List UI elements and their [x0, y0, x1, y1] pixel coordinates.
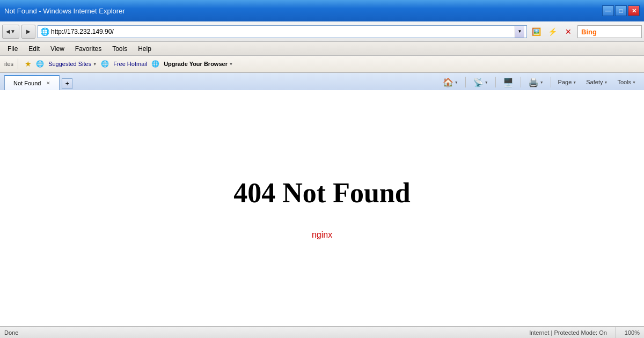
separator-4: [551, 77, 551, 87]
separator-3: [521, 77, 521, 87]
menu-item-file[interactable]: File: [2, 44, 23, 54]
safety-dropdown-icon: ▼: [604, 80, 608, 84]
home-dropdown-icon: ▼: [455, 80, 458, 84]
upgrade-browser-label: Upgrade Your Browser: [164, 61, 228, 67]
bing-logo: Bing: [581, 27, 597, 36]
minimize-button[interactable]: —: [602, 5, 614, 16]
home-button[interactable]: 🏠 ▼: [439, 75, 462, 89]
tools-label: Tools: [617, 79, 631, 85]
print-button[interactable]: 🖨️ ▼: [524, 75, 547, 89]
tab-toolbar-area: Not Found ✕ + 🏠 ▼ 📡 ▼ 🖥️: [0, 73, 644, 90]
print-dropdown-icon: ▼: [540, 80, 544, 84]
zone-text: Internet | Protected Mode: On: [529, 329, 607, 336]
address-input[interactable]: [51, 28, 515, 35]
mail-icon: 🖥️: [503, 77, 514, 87]
maximize-button[interactable]: □: [615, 5, 627, 16]
address-row: ◀▼ ▶ 🌐 ▼ 🖼️ ⚡ ✕ Bing: [0, 21, 644, 42]
content-area: 404 Not Found nginx: [0, 90, 644, 326]
separator-2: [495, 77, 496, 87]
menu-item-edit[interactable]: Edit: [23, 44, 45, 54]
window-title: Not Found - Windows Internet Explorer: [4, 7, 602, 15]
back-button[interactable]: ◀▼: [2, 25, 19, 39]
status-separator: [616, 327, 616, 338]
menu-bar: File Edit View Favorites Tools Help: [0, 42, 644, 56]
forward-button[interactable]: ▶: [21, 25, 35, 39]
bing-search-area: Bing: [577, 25, 642, 38]
links-bar: ites ★ 🌐 Suggested Sites ▼ 🌐 Free Hotmai…: [0, 56, 644, 73]
page-label: Page: [558, 79, 572, 85]
suggested-sites-link[interactable]: Suggested Sites ▼: [48, 61, 97, 67]
free-hotmail-label: Free Hotmail: [113, 61, 147, 67]
suggested-sites-dropdown-icon: ▼: [93, 62, 97, 66]
address-bar-wrapper: 🌐 ▼: [38, 25, 527, 38]
links-bar-label: ites: [4, 58, 18, 69]
ie-icon-suggested: 🌐: [36, 60, 44, 68]
add-to-favorites-icon[interactable]: 🖼️: [529, 25, 543, 39]
ie-icon-hotmail: 🌐: [101, 60, 109, 68]
free-hotmail-link[interactable]: Free Hotmail: [113, 61, 147, 67]
suggested-sites-label: Suggested Sites: [48, 61, 91, 67]
error-heading: 404 Not Found: [233, 177, 410, 209]
browser-tools: 🏠 ▼ 📡 ▼ 🖥️ 🖨️ ▼ Pa: [72, 75, 640, 90]
ie-icon-upgrade: 🌐: [151, 60, 159, 68]
ie-logo-icon: 🌐: [40, 27, 49, 36]
ie-window: Not Found - Windows Internet Explorer — …: [0, 0, 644, 338]
stop-button[interactable]: ✕: [561, 25, 575, 39]
close-button[interactable]: ✕: [628, 5, 640, 16]
nginx-text: nginx: [312, 230, 332, 240]
safety-label: Safety: [586, 79, 603, 85]
print-icon: 🖨️: [528, 77, 539, 87]
tab-not-found[interactable]: Not Found ✕: [4, 75, 60, 90]
feeds-icon: 📡: [473, 77, 484, 87]
read-mail-button[interactable]: 🖥️: [499, 75, 517, 89]
safety-button[interactable]: Safety ▼: [582, 75, 611, 89]
status-text: Done: [4, 329, 18, 336]
tab-row: Not Found ✕ + 🏠 ▼ 📡 ▼ 🖥️: [0, 73, 644, 90]
tools-dropdown-icon: ▼: [632, 80, 636, 84]
new-tab-button[interactable]: +: [62, 78, 72, 89]
address-dropdown-button[interactable]: ▼: [515, 26, 524, 38]
page-dropdown-icon: ▼: [573, 80, 576, 84]
feeds-dropdown-icon: ▼: [485, 80, 488, 84]
favorites-star-icon: ★: [25, 60, 32, 68]
zoom-text: 100%: [625, 329, 640, 336]
tools-button[interactable]: Tools ▼: [613, 75, 640, 89]
menu-item-help[interactable]: Help: [133, 44, 157, 54]
menu-item-tools[interactable]: Tools: [107, 44, 133, 54]
refresh-button[interactable]: ⚡: [545, 25, 559, 39]
bing-label: Bing: [581, 28, 597, 36]
menu-item-view[interactable]: View: [45, 44, 70, 54]
tab-close-icon[interactable]: ✕: [46, 80, 50, 86]
upgrade-browser-link[interactable]: Upgrade Your Browser ▼: [164, 61, 233, 67]
home-icon: 🏠: [443, 77, 453, 87]
separator-1: [465, 77, 466, 87]
tab-label: Not Found: [13, 80, 41, 86]
window-controls: — □ ✕: [602, 5, 640, 16]
menu-item-favorites[interactable]: Favorites: [70, 44, 107, 54]
page-button[interactable]: Page ▼: [554, 75, 581, 89]
title-bar: Not Found - Windows Internet Explorer — …: [0, 0, 644, 21]
status-bar: Done Internet | Protected Mode: On 100%: [0, 326, 644, 338]
feeds-button[interactable]: 📡 ▼: [469, 75, 492, 89]
upgrade-browser-dropdown-icon: ▼: [229, 62, 233, 66]
